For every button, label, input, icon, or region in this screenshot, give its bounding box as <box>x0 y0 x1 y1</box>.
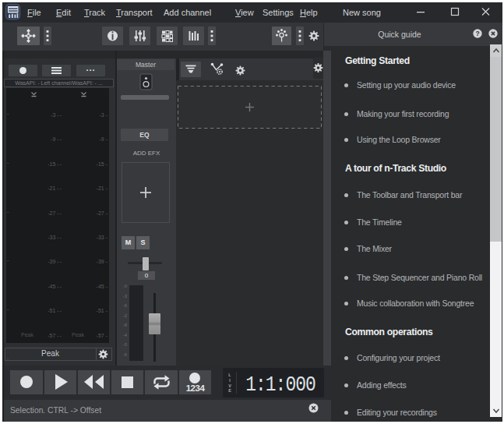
svg-text:?: ? <box>475 30 479 37</box>
